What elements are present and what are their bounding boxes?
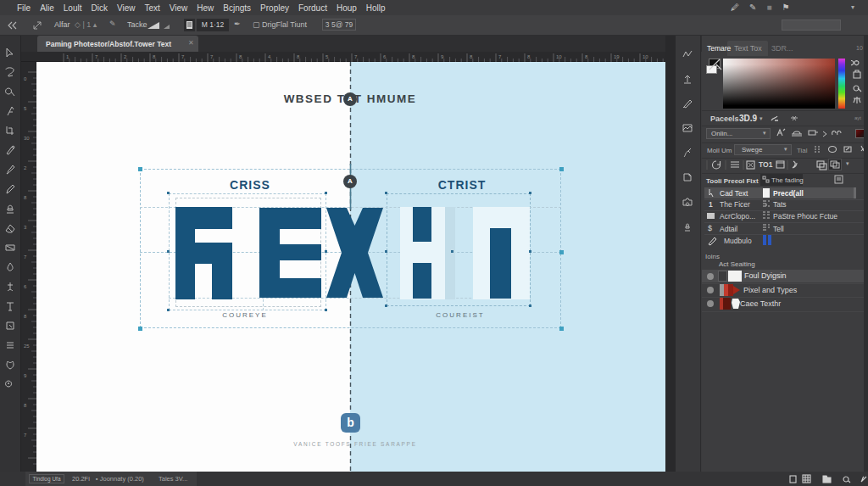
svg-text:2: 2 [24,165,27,170]
svg-text:7: 7 [24,254,27,260]
svg-text:3: 3 [24,225,27,230]
svg-text:6: 6 [24,284,27,289]
svg-text:8: 8 [24,314,27,319]
svg-text:25: 25 [24,344,30,349]
svg-text:7: 7 [24,433,27,438]
svg-text:8: 8 [24,195,27,200]
svg-text:5: 5 [24,106,27,111]
svg-text:0: 0 [24,76,27,81]
svg-text:30: 30 [24,136,30,141]
svg-text:8: 8 [24,403,27,408]
svg-text:9: 9 [24,373,27,378]
